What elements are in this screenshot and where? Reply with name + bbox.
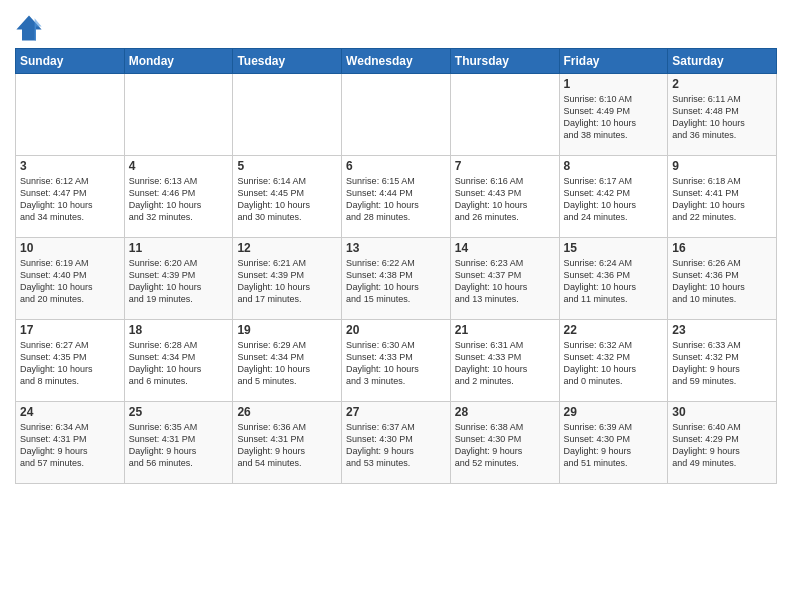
day-number: 9 xyxy=(672,159,772,173)
day-info: Sunrise: 6:36 AM Sunset: 4:31 PM Dayligh… xyxy=(237,421,337,470)
calendar-cell: 7Sunrise: 6:16 AM Sunset: 4:43 PM Daylig… xyxy=(450,156,559,238)
day-info: Sunrise: 6:27 AM Sunset: 4:35 PM Dayligh… xyxy=(20,339,120,388)
day-info: Sunrise: 6:14 AM Sunset: 4:45 PM Dayligh… xyxy=(237,175,337,224)
calendar-cell: 20Sunrise: 6:30 AM Sunset: 4:33 PM Dayli… xyxy=(342,320,451,402)
day-info: Sunrise: 6:40 AM Sunset: 4:29 PM Dayligh… xyxy=(672,421,772,470)
day-info: Sunrise: 6:30 AM Sunset: 4:33 PM Dayligh… xyxy=(346,339,446,388)
day-number: 27 xyxy=(346,405,446,419)
calendar-cell: 29Sunrise: 6:39 AM Sunset: 4:30 PM Dayli… xyxy=(559,402,668,484)
day-number: 16 xyxy=(672,241,772,255)
day-number: 19 xyxy=(237,323,337,337)
day-info: Sunrise: 6:33 AM Sunset: 4:32 PM Dayligh… xyxy=(672,339,772,388)
day-number: 18 xyxy=(129,323,229,337)
day-info: Sunrise: 6:18 AM Sunset: 4:41 PM Dayligh… xyxy=(672,175,772,224)
calendar-cell: 22Sunrise: 6:32 AM Sunset: 4:32 PM Dayli… xyxy=(559,320,668,402)
calendar-cell: 23Sunrise: 6:33 AM Sunset: 4:32 PM Dayli… xyxy=(668,320,777,402)
day-number: 1 xyxy=(564,77,664,91)
calendar-cell: 9Sunrise: 6:18 AM Sunset: 4:41 PM Daylig… xyxy=(668,156,777,238)
calendar-table: SundayMondayTuesdayWednesdayThursdayFrid… xyxy=(15,48,777,484)
calendar-cell: 15Sunrise: 6:24 AM Sunset: 4:36 PM Dayli… xyxy=(559,238,668,320)
day-info: Sunrise: 6:29 AM Sunset: 4:34 PM Dayligh… xyxy=(237,339,337,388)
day-info: Sunrise: 6:39 AM Sunset: 4:30 PM Dayligh… xyxy=(564,421,664,470)
day-info: Sunrise: 6:16 AM Sunset: 4:43 PM Dayligh… xyxy=(455,175,555,224)
main-container: SundayMondayTuesdayWednesdayThursdayFrid… xyxy=(0,0,792,489)
weekday-header: Tuesday xyxy=(233,49,342,74)
calendar-cell: 18Sunrise: 6:28 AM Sunset: 4:34 PM Dayli… xyxy=(124,320,233,402)
calendar-cell: 1Sunrise: 6:10 AM Sunset: 4:49 PM Daylig… xyxy=(559,74,668,156)
svg-marker-0 xyxy=(16,15,41,40)
day-number: 13 xyxy=(346,241,446,255)
calendar-cell: 26Sunrise: 6:36 AM Sunset: 4:31 PM Dayli… xyxy=(233,402,342,484)
logo-icon xyxy=(15,14,43,42)
day-info: Sunrise: 6:12 AM Sunset: 4:47 PM Dayligh… xyxy=(20,175,120,224)
day-number: 30 xyxy=(672,405,772,419)
calendar-cell xyxy=(16,74,125,156)
day-number: 26 xyxy=(237,405,337,419)
calendar-cell: 10Sunrise: 6:19 AM Sunset: 4:40 PM Dayli… xyxy=(16,238,125,320)
calendar-cell: 8Sunrise: 6:17 AM Sunset: 4:42 PM Daylig… xyxy=(559,156,668,238)
day-info: Sunrise: 6:21 AM Sunset: 4:39 PM Dayligh… xyxy=(237,257,337,306)
calendar-week-row: 1Sunrise: 6:10 AM Sunset: 4:49 PM Daylig… xyxy=(16,74,777,156)
day-info: Sunrise: 6:11 AM Sunset: 4:48 PM Dayligh… xyxy=(672,93,772,142)
day-info: Sunrise: 6:37 AM Sunset: 4:30 PM Dayligh… xyxy=(346,421,446,470)
calendar-cell xyxy=(450,74,559,156)
weekday-header: Sunday xyxy=(16,49,125,74)
day-number: 29 xyxy=(564,405,664,419)
calendar-week-row: 10Sunrise: 6:19 AM Sunset: 4:40 PM Dayli… xyxy=(16,238,777,320)
day-number: 24 xyxy=(20,405,120,419)
calendar-cell: 2Sunrise: 6:11 AM Sunset: 4:48 PM Daylig… xyxy=(668,74,777,156)
day-info: Sunrise: 6:26 AM Sunset: 4:36 PM Dayligh… xyxy=(672,257,772,306)
day-info: Sunrise: 6:17 AM Sunset: 4:42 PM Dayligh… xyxy=(564,175,664,224)
day-info: Sunrise: 6:34 AM Sunset: 4:31 PM Dayligh… xyxy=(20,421,120,470)
calendar-cell: 13Sunrise: 6:22 AM Sunset: 4:38 PM Dayli… xyxy=(342,238,451,320)
calendar-cell: 30Sunrise: 6:40 AM Sunset: 4:29 PM Dayli… xyxy=(668,402,777,484)
day-number: 3 xyxy=(20,159,120,173)
day-info: Sunrise: 6:23 AM Sunset: 4:37 PM Dayligh… xyxy=(455,257,555,306)
day-info: Sunrise: 6:10 AM Sunset: 4:49 PM Dayligh… xyxy=(564,93,664,142)
calendar-cell: 5Sunrise: 6:14 AM Sunset: 4:45 PM Daylig… xyxy=(233,156,342,238)
header xyxy=(15,10,777,42)
weekday-header: Wednesday xyxy=(342,49,451,74)
calendar-cell: 4Sunrise: 6:13 AM Sunset: 4:46 PM Daylig… xyxy=(124,156,233,238)
day-info: Sunrise: 6:13 AM Sunset: 4:46 PM Dayligh… xyxy=(129,175,229,224)
calendar-header-row: SundayMondayTuesdayWednesdayThursdayFrid… xyxy=(16,49,777,74)
day-number: 25 xyxy=(129,405,229,419)
calendar-cell: 21Sunrise: 6:31 AM Sunset: 4:33 PM Dayli… xyxy=(450,320,559,402)
calendar-cell xyxy=(124,74,233,156)
calendar-cell: 27Sunrise: 6:37 AM Sunset: 4:30 PM Dayli… xyxy=(342,402,451,484)
day-number: 7 xyxy=(455,159,555,173)
day-number: 6 xyxy=(346,159,446,173)
day-number: 4 xyxy=(129,159,229,173)
day-info: Sunrise: 6:35 AM Sunset: 4:31 PM Dayligh… xyxy=(129,421,229,470)
calendar-week-row: 24Sunrise: 6:34 AM Sunset: 4:31 PM Dayli… xyxy=(16,402,777,484)
day-number: 23 xyxy=(672,323,772,337)
day-number: 28 xyxy=(455,405,555,419)
calendar-cell xyxy=(342,74,451,156)
day-info: Sunrise: 6:38 AM Sunset: 4:30 PM Dayligh… xyxy=(455,421,555,470)
calendar-week-row: 17Sunrise: 6:27 AM Sunset: 4:35 PM Dayli… xyxy=(16,320,777,402)
calendar-cell: 11Sunrise: 6:20 AM Sunset: 4:39 PM Dayli… xyxy=(124,238,233,320)
calendar-cell: 14Sunrise: 6:23 AM Sunset: 4:37 PM Dayli… xyxy=(450,238,559,320)
calendar-cell: 24Sunrise: 6:34 AM Sunset: 4:31 PM Dayli… xyxy=(16,402,125,484)
calendar-cell: 17Sunrise: 6:27 AM Sunset: 4:35 PM Dayli… xyxy=(16,320,125,402)
day-info: Sunrise: 6:19 AM Sunset: 4:40 PM Dayligh… xyxy=(20,257,120,306)
weekday-header: Monday xyxy=(124,49,233,74)
calendar-cell: 16Sunrise: 6:26 AM Sunset: 4:36 PM Dayli… xyxy=(668,238,777,320)
calendar-cell: 19Sunrise: 6:29 AM Sunset: 4:34 PM Dayli… xyxy=(233,320,342,402)
day-info: Sunrise: 6:31 AM Sunset: 4:33 PM Dayligh… xyxy=(455,339,555,388)
day-info: Sunrise: 6:32 AM Sunset: 4:32 PM Dayligh… xyxy=(564,339,664,388)
logo xyxy=(15,14,45,42)
day-number: 22 xyxy=(564,323,664,337)
day-number: 2 xyxy=(672,77,772,91)
weekday-header: Thursday xyxy=(450,49,559,74)
day-info: Sunrise: 6:28 AM Sunset: 4:34 PM Dayligh… xyxy=(129,339,229,388)
calendar-cell: 25Sunrise: 6:35 AM Sunset: 4:31 PM Dayli… xyxy=(124,402,233,484)
day-number: 11 xyxy=(129,241,229,255)
weekday-header: Friday xyxy=(559,49,668,74)
calendar-week-row: 3Sunrise: 6:12 AM Sunset: 4:47 PM Daylig… xyxy=(16,156,777,238)
day-number: 10 xyxy=(20,241,120,255)
weekday-header: Saturday xyxy=(668,49,777,74)
day-number: 17 xyxy=(20,323,120,337)
calendar-cell xyxy=(233,74,342,156)
calendar-cell: 6Sunrise: 6:15 AM Sunset: 4:44 PM Daylig… xyxy=(342,156,451,238)
